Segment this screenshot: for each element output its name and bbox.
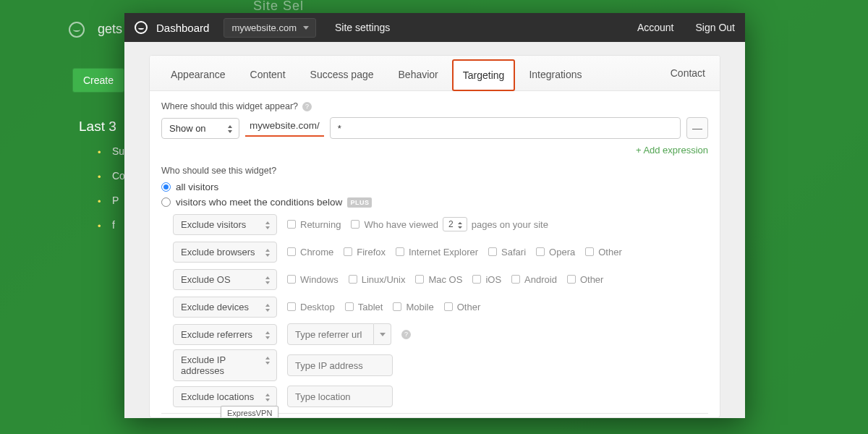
viewed-checkbox[interactable]: Who have viewed 2 pages on your site bbox=[351, 217, 548, 231]
show-on-select[interactable]: Show on bbox=[161, 118, 239, 139]
radio-conditions[interactable]: visitors who meet the conditions below P… bbox=[161, 197, 708, 208]
filter-os-row: Exclude OS Windows Linux/Unix Mac OS iOS… bbox=[173, 267, 708, 292]
bg-top-blur-text: Site Sel bbox=[253, 0, 304, 14]
plus-badge: PLUS bbox=[347, 197, 372, 208]
exclude-referrers-select[interactable]: Exclude referrers bbox=[173, 324, 277, 345]
chrome-label: Chrome bbox=[300, 247, 333, 258]
opera-checkbox[interactable]: Opera bbox=[536, 247, 575, 258]
other-device-checkbox[interactable]: Other bbox=[444, 302, 481, 312]
help-icon[interactable]: ? bbox=[401, 330, 411, 339]
filter-browsers-row: Exclude browsers Chrome Firefox Internet… bbox=[173, 239, 708, 264]
tab-appearance[interactable]: Appearance bbox=[160, 59, 237, 90]
other-os-checkbox[interactable]: Other bbox=[567, 274, 604, 285]
sign-out-link[interactable]: Sign Out bbox=[696, 22, 735, 33]
safari-checkbox[interactable]: Safari bbox=[488, 247, 526, 258]
desktop-label: Desktop bbox=[300, 302, 335, 312]
tabs: Appearance Content Success page Behavior… bbox=[150, 56, 720, 91]
add-expression-link[interactable]: + Add expression bbox=[161, 143, 708, 166]
radio-icon[interactable] bbox=[161, 197, 171, 207]
ip-input[interactable] bbox=[287, 354, 393, 376]
chrome-checkbox[interactable]: Chrome bbox=[287, 247, 333, 258]
returning-checkbox[interactable]: Returning bbox=[287, 219, 341, 230]
android-label: Android bbox=[524, 274, 557, 285]
url-pattern-input[interactable] bbox=[330, 117, 681, 139]
settings-panel: Appearance Content Success page Behavior… bbox=[149, 55, 720, 418]
linux-checkbox[interactable]: Linux/Unix bbox=[349, 274, 406, 285]
filter-visitors-row: Exclude visitors Returning Who have view… bbox=[173, 212, 708, 237]
tooltip: ExpressVPN bbox=[221, 406, 278, 417]
tab-integrations[interactable]: Integrations bbox=[518, 59, 592, 90]
bullet-icon: • bbox=[98, 221, 101, 231]
other-browser-checkbox[interactable]: Other bbox=[585, 247, 622, 258]
mobile-label: Mobile bbox=[406, 302, 433, 312]
radio-all-visitors[interactable]: all visitors bbox=[161, 182, 708, 192]
tab-success-page[interactable]: Success page bbox=[299, 59, 385, 90]
ie-checkbox[interactable]: Internet Explorer bbox=[396, 247, 478, 258]
panel-body: Where should this widget appear? ? Show … bbox=[150, 91, 720, 417]
tab-content[interactable]: Content bbox=[239, 59, 297, 90]
exclude-os-select[interactable]: Exclude OS bbox=[173, 269, 277, 290]
location-input[interactable] bbox=[287, 386, 393, 407]
expression-row: Show on mywebsite.com/ — bbox=[161, 117, 708, 139]
desktop-checkbox[interactable]: Desktop bbox=[287, 302, 335, 312]
filter-referrers-row: Exclude referrers ? bbox=[173, 322, 708, 346]
other-os-label: Other bbox=[580, 274, 604, 285]
bg-last3-label: Last 3 bbox=[79, 119, 116, 135]
windows-checkbox[interactable]: Windows bbox=[287, 274, 339, 285]
exclude-devices-select[interactable]: Exclude devices bbox=[173, 297, 277, 318]
radio-conditions-label: visitors who meet the conditions below bbox=[176, 197, 342, 208]
radio-icon[interactable] bbox=[161, 182, 171, 192]
mobile-checkbox[interactable]: Mobile bbox=[393, 302, 433, 312]
filter-ip-row: Exclude IP addresses bbox=[173, 349, 708, 381]
bullet-icon: • bbox=[98, 196, 101, 207]
tablet-label: Tablet bbox=[358, 302, 383, 312]
referrer-dropdown-button[interactable] bbox=[374, 323, 391, 345]
viewed-post-label: pages on your site bbox=[472, 219, 548, 230]
app-window: Dashboard mywebsite.com Site settings Ac… bbox=[124, 13, 745, 418]
viewed-pre-label: Who have viewed bbox=[364, 219, 438, 230]
who-label: Who should see this widget? bbox=[161, 166, 708, 176]
exclude-locations-select[interactable]: Exclude locations bbox=[173, 386, 277, 407]
site-select[interactable]: mywebsite.com bbox=[224, 18, 316, 38]
site-settings-link[interactable]: Site settings bbox=[335, 22, 390, 33]
exclude-visitors-select[interactable]: Exclude visitors bbox=[173, 214, 277, 235]
android-checkbox[interactable]: Android bbox=[511, 274, 557, 285]
app-title: Dashboard bbox=[156, 22, 209, 34]
other-browser-label: Other bbox=[598, 247, 622, 258]
exclude-browsers-select[interactable]: Exclude browsers bbox=[173, 242, 277, 263]
domain-prefix: mywebsite.com/ bbox=[245, 120, 324, 137]
firefox-checkbox[interactable]: Firefox bbox=[344, 247, 386, 258]
macos-checkbox[interactable]: Mac OS bbox=[415, 274, 462, 285]
account-link[interactable]: Account bbox=[637, 22, 674, 33]
bullet-icon: • bbox=[98, 147, 101, 158]
exclude-ip-select[interactable]: Exclude IP addresses bbox=[173, 349, 277, 381]
bg-create-button[interactable]: Create bbox=[72, 68, 124, 93]
ios-checkbox[interactable]: iOS bbox=[472, 274, 501, 285]
opera-label: Opera bbox=[549, 247, 575, 258]
help-icon[interactable]: ? bbox=[302, 102, 312, 111]
where-label-text: Where should this widget appear? bbox=[161, 101, 298, 111]
content-area: Appearance Content Success page Behavior… bbox=[124, 42, 745, 418]
safari-label: Safari bbox=[501, 247, 526, 258]
returning-label: Returning bbox=[300, 219, 341, 230]
ie-label: Internet Explorer bbox=[409, 247, 478, 258]
tablet-checkbox[interactable]: Tablet bbox=[345, 302, 383, 312]
viewed-count-select[interactable]: 2 bbox=[443, 217, 467, 231]
other-device-label: Other bbox=[457, 302, 481, 312]
bullet-icon: • bbox=[98, 171, 101, 182]
referrer-input[interactable] bbox=[287, 323, 374, 345]
bg-logo-icon bbox=[69, 22, 85, 38]
firefox-label: Firefox bbox=[357, 247, 386, 258]
tab-behavior[interactable]: Behavior bbox=[388, 59, 449, 90]
bg-bullet-3: P bbox=[112, 195, 119, 206]
bg-brand-text: gets bbox=[98, 22, 122, 37]
ios-label: iOS bbox=[485, 274, 501, 285]
filter-devices-row: Exclude devices Desktop Tablet Mobile Ot… bbox=[173, 294, 708, 319]
tab-contact[interactable]: Contact bbox=[665, 59, 711, 88]
app-logo-icon bbox=[135, 21, 148, 34]
radio-all-label: all visitors bbox=[176, 182, 218, 192]
bg-bullet-1: Su bbox=[112, 145, 124, 157]
tab-targeting[interactable]: Targeting bbox=[452, 59, 516, 91]
bg-bullet-2: Co bbox=[112, 170, 125, 182]
remove-expression-button[interactable]: — bbox=[686, 117, 708, 139]
